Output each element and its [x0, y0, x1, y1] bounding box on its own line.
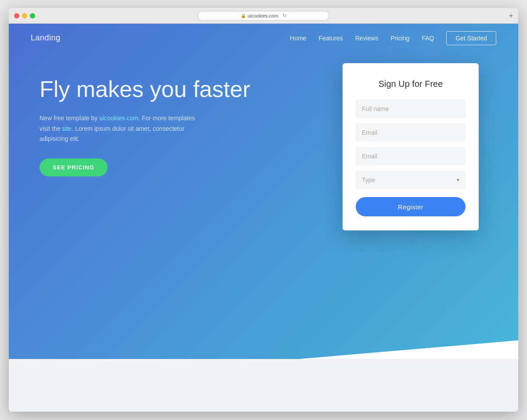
browser-window: 🔒 uicookies.com ↻ + Landing Home Feature…	[9, 8, 518, 412]
nav-link-features[interactable]: Features	[318, 35, 343, 42]
minimize-button[interactable]	[22, 13, 27, 18]
hero-title: Fly makes you faster	[40, 76, 250, 103]
navbar: Landing Home Features Reviews Pricing FA…	[9, 24, 518, 52]
nav-link-reviews[interactable]: Reviews	[355, 35, 379, 42]
hero-link-uicookies[interactable]: uicookies.com	[99, 115, 138, 122]
type-select[interactable]: Type Personal Business Other	[356, 171, 466, 189]
nav-link-home[interactable]: Home	[290, 35, 306, 42]
address-bar[interactable]: 🔒 uicookies.com ↻	[198, 11, 329, 21]
register-button[interactable]: Register	[356, 197, 466, 216]
type-select-wrapper: Type Personal Business Other ▾	[356, 171, 466, 189]
hero-link-site[interactable]: site	[62, 125, 72, 132]
nav-links: Home Features Reviews Pricing FAQ Get St…	[290, 31, 496, 45]
maximize-button[interactable]	[30, 13, 35, 18]
browser-traffic-lights	[14, 13, 35, 18]
add-tab-button[interactable]: +	[509, 12, 513, 20]
page-content: Landing Home Features Reviews Pricing FA…	[9, 24, 518, 412]
hero-description: New free template by uicookies.com. For …	[40, 113, 198, 144]
see-pricing-button[interactable]: SEE PRICING	[40, 158, 108, 176]
nav-brand: Landing	[31, 33, 61, 43]
get-started-button[interactable]: Get Started	[446, 31, 496, 45]
signup-title: Sign Up for Free	[356, 79, 466, 89]
close-button[interactable]	[14, 13, 19, 18]
reload-icon[interactable]: ↻	[282, 13, 286, 18]
confirm-email-input[interactable]	[356, 147, 466, 165]
fullname-input[interactable]	[356, 100, 466, 118]
hero-content: Fly makes you faster New free template b…	[40, 76, 250, 176]
url-text: uicookies.com	[248, 13, 278, 18]
nav-link-pricing[interactable]: Pricing	[391, 35, 410, 42]
signup-card: Sign Up for Free Type Personal Business …	[343, 63, 479, 230]
hero-desc-plain: New free template by	[40, 115, 99, 122]
email-input[interactable]	[356, 123, 466, 142]
browser-titlebar: 🔒 uicookies.com ↻ +	[9, 8, 518, 24]
bottom-area	[9, 359, 518, 412]
lock-icon: 🔒	[241, 13, 246, 18]
nav-link-faq[interactable]: FAQ	[422, 35, 434, 42]
